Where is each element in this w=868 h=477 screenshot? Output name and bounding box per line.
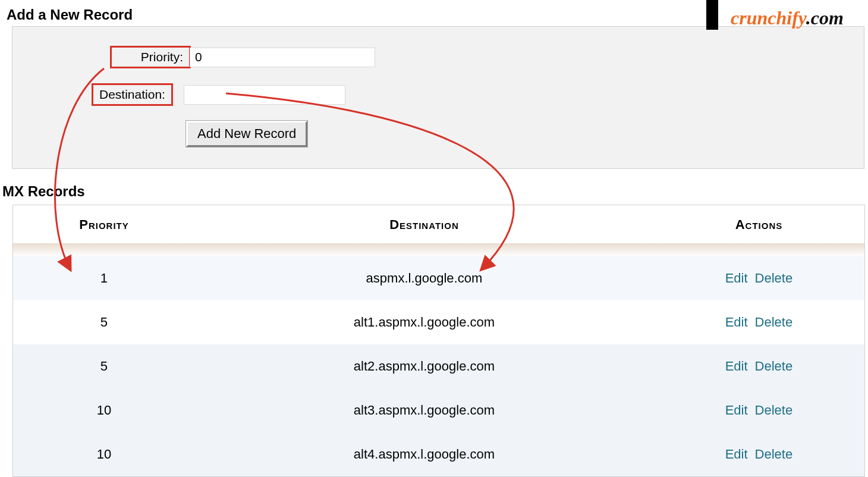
watermark-banner: crunchify.com — [706, 0, 868, 36]
watermark-brand: crunchify — [731, 7, 806, 29]
cell-actions: EditDelete — [653, 344, 865, 388]
edit-link[interactable]: Edit — [725, 315, 748, 329]
cell-destination: alt4.aspmx.l.google.com — [195, 432, 653, 477]
cell-priority: 1 — [13, 256, 195, 300]
col-header-priority: Priority — [13, 205, 195, 244]
edit-link[interactable]: Edit — [725, 271, 748, 285]
table-row: 5alt1.aspmx.l.google.comEditDelete — [13, 300, 865, 344]
destination-row: Destination: — [92, 83, 345, 106]
cell-destination: alt3.aspmx.l.google.com — [195, 388, 653, 432]
delete-link[interactable]: Delete — [755, 403, 793, 418]
cell-priority: 10 — [13, 388, 195, 432]
watermark-suffix: .com — [806, 7, 844, 29]
col-header-destination: Destination — [195, 205, 653, 244]
delete-link[interactable]: Delete — [755, 271, 793, 285]
priority-input[interactable] — [190, 48, 375, 67]
add-new-record-button[interactable]: Add New Record — [186, 121, 307, 147]
mx-records-table: Priority Destination Actions 1aspmx.l.go… — [12, 205, 865, 477]
priority-label: Priority: — [110, 46, 191, 68]
delete-link[interactable]: Delete — [755, 447, 793, 462]
cell-destination: aspmx.l.google.com — [195, 256, 653, 300]
cell-priority: 10 — [13, 432, 195, 477]
cell-actions: EditDelete — [653, 388, 865, 432]
cell-destination: alt1.aspmx.l.google.com — [195, 300, 653, 344]
table-row: 5alt2.aspmx.l.google.comEditDelete — [13, 344, 865, 388]
destination-input[interactable] — [184, 85, 345, 105]
header-separator — [13, 243, 865, 256]
table-row: 10alt4.aspmx.l.google.comEditDelete — [13, 432, 865, 477]
cell-actions: EditDelete — [653, 432, 865, 477]
cell-destination: alt2.aspmx.l.google.com — [195, 344, 653, 388]
edit-link[interactable]: Edit — [725, 403, 748, 418]
edit-link[interactable]: Edit — [725, 447, 748, 462]
cell-actions: EditDelete — [653, 256, 865, 300]
table-row: 1aspmx.l.google.comEditDelete — [13, 256, 865, 300]
watermark-bar-icon — [706, 0, 718, 30]
add-record-heading: Add a New Record — [7, 7, 133, 23]
delete-link[interactable]: Delete — [755, 359, 793, 374]
table-row: 10alt3.aspmx.l.google.comEditDelete — [13, 388, 865, 432]
cell-priority: 5 — [13, 300, 195, 344]
add-record-panel: Priority: Destination: Add New Record — [12, 26, 864, 169]
mx-records-heading: MX Records — [2, 183, 85, 200]
delete-link[interactable]: Delete — [755, 315, 793, 329]
col-header-actions: Actions — [653, 205, 865, 244]
priority-row: Priority: — [110, 46, 375, 68]
edit-link[interactable]: Edit — [725, 359, 748, 374]
cell-priority: 5 — [13, 344, 195, 388]
destination-label: Destination: — [92, 83, 173, 106]
cell-actions: EditDelete — [653, 300, 865, 344]
